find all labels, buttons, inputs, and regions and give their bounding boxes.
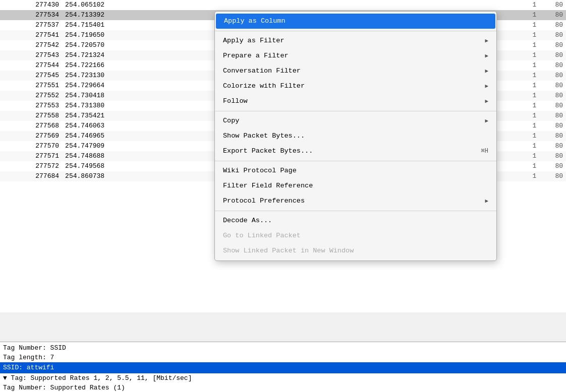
packet-number: 277537 bbox=[0, 20, 62, 30]
menu-item-apply-as-filter[interactable]: Apply as Filter▶ bbox=[215, 33, 496, 48]
submenu-arrow-icon: ▶ bbox=[485, 33, 488, 48]
packet-col3: 1 bbox=[513, 141, 539, 151]
packet-number: 277430 bbox=[0, 0, 62, 10]
packet-time: 254.713392 bbox=[62, 10, 159, 20]
menu-item-label: Export Packet Bytes... bbox=[223, 144, 313, 159]
packet-time: 254.722166 bbox=[62, 60, 159, 71]
packet-number: 277558 bbox=[0, 111, 62, 121]
menu-item-colorize-with-filter[interactable]: Colorize with Filter▶ bbox=[215, 79, 496, 94]
tag-length-line: Tag length: 7 bbox=[3, 353, 563, 362]
packet-time: 254.748688 bbox=[62, 151, 159, 161]
menu-item-protocol-preferences[interactable]: Protocol Preferences▶ bbox=[215, 193, 496, 209]
packet-col4: 80 bbox=[539, 30, 566, 40]
packet-number: 277569 bbox=[0, 131, 62, 141]
menu-item-wiki-protocol-page[interactable]: Wiki Protocol Page bbox=[215, 163, 496, 178]
packet-col4: 80 bbox=[539, 111, 566, 121]
packet-col3: 1 bbox=[513, 10, 539, 20]
packet-col3: 1 bbox=[513, 81, 539, 91]
packet-col3: 1 bbox=[513, 60, 539, 71]
submenu-arrow-icon: ▶ bbox=[485, 94, 488, 109]
packet-time: 254.731380 bbox=[62, 101, 159, 111]
menu-item-label: Conversation Filter bbox=[223, 63, 301, 79]
packet-col3: 1 bbox=[513, 111, 539, 121]
menu-divider bbox=[215, 161, 496, 161]
table-row[interactable]: 277430254.065102180 bbox=[0, 0, 566, 10]
packet-col3: 1 bbox=[513, 50, 539, 60]
menu-item-apply-as-column[interactable]: Apply as Column bbox=[216, 14, 495, 29]
packet-number: 277572 bbox=[0, 161, 62, 171]
submenu-arrow-icon: ▶ bbox=[485, 193, 488, 209]
submenu-arrow-icon: ▶ bbox=[485, 113, 488, 128]
packet-time: 254.065102 bbox=[62, 0, 159, 10]
packet-number: 277541 bbox=[0, 30, 62, 40]
packet-col4: 80 bbox=[539, 141, 566, 151]
packet-info bbox=[159, 0, 513, 10]
packet-number: 277551 bbox=[0, 81, 62, 91]
menu-item-label: Prepare a Filter bbox=[223, 48, 289, 63]
packet-col3: 1 bbox=[513, 161, 539, 171]
packet-number: 277543 bbox=[0, 50, 62, 60]
packet-col3: 1 bbox=[513, 121, 539, 131]
packet-col4: 80 bbox=[539, 151, 566, 161]
menu-item-label: Show Packet Bytes... bbox=[223, 128, 305, 144]
submenu-arrow-icon: ▶ bbox=[485, 48, 488, 63]
packet-col3: 1 bbox=[513, 0, 539, 10]
packet-col4: 80 bbox=[539, 40, 566, 50]
packet-col4: 80 bbox=[539, 121, 566, 131]
menu-item-show-packet-bytes[interactable]: Show Packet Bytes... bbox=[215, 128, 496, 144]
menu-item-copy[interactable]: Copy▶ bbox=[215, 113, 496, 128]
ssid-line: SSID: attwifi bbox=[0, 362, 566, 373]
menu-item-prepare-a-filter[interactable]: Prepare a Filter▶ bbox=[215, 48, 496, 63]
packet-col4: 80 bbox=[539, 10, 566, 20]
menu-item-shortcut: ⌘H bbox=[481, 144, 488, 159]
menu-divider bbox=[215, 111, 496, 111]
packet-col3: 1 bbox=[513, 20, 539, 30]
menu-item-label: Follow bbox=[223, 94, 248, 109]
packet-col3: 1 bbox=[513, 131, 539, 141]
menu-item-label: Apply as Column bbox=[224, 14, 286, 29]
packet-time: 254.735421 bbox=[62, 111, 159, 121]
menu-item-label: Colorize with Filter bbox=[223, 79, 305, 94]
menu-divider bbox=[215, 211, 496, 211]
menu-item-go-to-linked-packet: Go to Linked Packet bbox=[215, 228, 496, 243]
packet-col4: 80 bbox=[539, 161, 566, 171]
info-panel: Tag Number: SSID Tag length: 7 SSID: att… bbox=[0, 342, 566, 392]
menu-item-label: Go to Linked Packet bbox=[223, 228, 301, 243]
menu-item-follow[interactable]: Follow▶ bbox=[215, 94, 496, 109]
packet-number: 277568 bbox=[0, 121, 62, 131]
menu-item-label: Show Linked Packet in New Window bbox=[223, 243, 354, 258]
menu-divider bbox=[215, 31, 496, 31]
packet-time: 254.720570 bbox=[62, 40, 159, 50]
packet-time: 254.730418 bbox=[62, 91, 159, 101]
menu-item-filter-field-reference[interactable]: Filter Field Reference bbox=[215, 178, 496, 193]
packet-time: 254.746063 bbox=[62, 121, 159, 131]
packet-number: 277534 bbox=[0, 10, 62, 20]
packet-number: 277542 bbox=[0, 40, 62, 50]
packet-col3: 1 bbox=[513, 40, 539, 50]
packet-col3: 1 bbox=[513, 101, 539, 111]
packet-col3: 1 bbox=[513, 91, 539, 101]
submenu-arrow-icon: ▶ bbox=[485, 79, 488, 94]
packet-time: 254.729664 bbox=[62, 81, 159, 91]
packet-col4: 80 bbox=[539, 101, 566, 111]
packet-time: 254.719650 bbox=[62, 30, 159, 40]
packet-time: 254.860738 bbox=[62, 171, 159, 181]
packet-time: 254.723130 bbox=[62, 71, 159, 81]
packet-number: 277545 bbox=[0, 71, 62, 81]
packet-number: 277684 bbox=[0, 171, 62, 181]
packet-number: 277552 bbox=[0, 91, 62, 101]
menu-item-conversation-filter[interactable]: Conversation Filter▶ bbox=[215, 63, 496, 79]
packet-time: 254.721324 bbox=[62, 50, 159, 60]
menu-item-export-packet-bytes[interactable]: Export Packet Bytes...⌘H bbox=[215, 144, 496, 159]
packet-number: 277570 bbox=[0, 141, 62, 151]
packet-col4: 80 bbox=[539, 91, 566, 101]
packet-col3: 1 bbox=[513, 151, 539, 161]
menu-item-label: Apply as Filter bbox=[223, 33, 285, 48]
menu-item-decode-as[interactable]: Decode As... bbox=[215, 213, 496, 228]
menu-item-label: Decode As... bbox=[223, 213, 272, 228]
menu-item-label: Filter Field Reference bbox=[223, 178, 313, 193]
packet-col4: 80 bbox=[539, 131, 566, 141]
tag-number-line: Tag Number: SSID bbox=[3, 343, 563, 353]
submenu-arrow-icon: ▶ bbox=[485, 63, 488, 79]
packet-col4: 80 bbox=[539, 50, 566, 60]
